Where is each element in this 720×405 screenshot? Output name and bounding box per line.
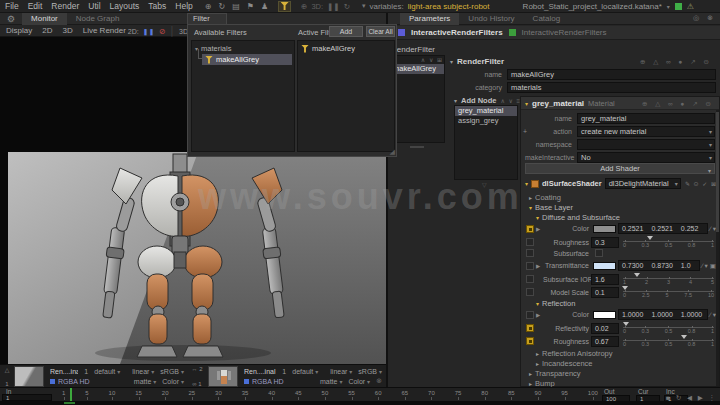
catalog-entry[interactable]: Ren....inal 1 default ▾ linear ▾ sRGB ▾ … xyxy=(14,366,186,387)
grid-icon[interactable]: ▤ xyxy=(232,2,240,11)
transmittance-values[interactable]: 0.7300 0.8730 1.0 xyxy=(618,260,700,271)
display-dropdown[interactable]: sRGB ▾ xyxy=(160,368,184,375)
shader-dropdown[interactable]: dl3DelightMaterial▾ xyxy=(605,178,681,189)
plus-icon[interactable]: + xyxy=(523,128,527,135)
color-swatch[interactable] xyxy=(593,262,616,270)
collapsed-arrow-icon[interactable]: ▸ xyxy=(529,194,532,201)
splitter-handle[interactable] xyxy=(410,146,424,148)
tab-node-graph[interactable]: Node Graph xyxy=(67,13,129,25)
gear-icon[interactable]: ⚙ xyxy=(0,14,22,24)
model-scale-input[interactable]: 0.1 xyxy=(591,287,619,298)
tab-catalog[interactable]: Catalog xyxy=(524,13,570,25)
expander-icon[interactable]: ▾ xyxy=(525,180,528,187)
colorspace-dropdown[interactable]: linear ▾ xyxy=(132,368,154,375)
surface-shader-row[interactable]: ▾ dlSurfaceShader dl3DelightMaterial▾ ✎ … xyxy=(525,178,717,189)
available-filters-list[interactable]: ▾ materials makeAllGrey xyxy=(191,40,295,152)
variables-value[interactable]: light-area subject-robot xyxy=(408,2,490,11)
catalog-entry[interactable]: Ren....inal 1 default ▾ linear ▾ sRGB ▾ … xyxy=(208,366,384,387)
2d-stop-icon[interactable]: ⊘ xyxy=(159,27,166,36)
flag-icon[interactable]: ⚑ xyxy=(247,2,254,11)
color-swatch[interactable] xyxy=(593,311,616,319)
menu-item[interactable]: Edit xyxy=(28,1,43,11)
menu-item[interactable]: Tabs xyxy=(148,1,166,11)
enabled-checkbox[interactable] xyxy=(526,238,534,246)
namespace-dropdown[interactable]: ▾ xyxy=(577,139,715,150)
title-chevron-icon[interactable]: ▾ xyxy=(667,3,670,10)
pass-dropdown[interactable]: default ▾ xyxy=(292,368,318,375)
enabled-checkbox[interactable] xyxy=(526,324,534,332)
crosshair-icon[interactable]: ⊕ xyxy=(205,2,212,11)
subsurface-ior-input[interactable]: 1.6 xyxy=(591,274,619,285)
enabled-checkbox[interactable] xyxy=(526,275,534,283)
interactive-render-filter-button[interactable] xyxy=(278,1,291,12)
section-coating[interactable]: ▸ Coating xyxy=(529,193,561,202)
matte-dropdown[interactable]: matte ▾ xyxy=(320,378,342,385)
active-filter-item[interactable]: makeAllGrey xyxy=(301,44,355,53)
section-reflection-anisotropy[interactable]: ▸ Reflection Anisotropy xyxy=(536,349,612,358)
tab-undo-history[interactable]: Undo History xyxy=(459,13,523,25)
pass-dropdown[interactable]: default ▾ xyxy=(94,368,120,375)
material-header[interactable]: ▾ grey_material Material ⊕ △ ∞ ● ↗ ⊙ xyxy=(521,97,719,110)
monitor-control[interactable]: 3D xyxy=(62,26,72,35)
matte-dropdown[interactable]: matte ▾ xyxy=(134,378,156,385)
view-dropdown[interactable]: Color ▾ xyxy=(162,378,184,385)
reflection-roughness-input[interactable]: 0.67 xyxy=(591,336,619,347)
expander-icon[interactable]: ▶ xyxy=(536,263,543,269)
monitor-control[interactable]: Display xyxy=(6,26,32,35)
render-thumbnail[interactable] xyxy=(208,366,238,387)
scrollbar[interactable] xyxy=(716,110,719,386)
render-loop-icon[interactable]: ↻ xyxy=(344,2,350,11)
renderfilter-header[interactable]: ▾ RenderFilter xyxy=(450,57,504,66)
panel-header-icons[interactable]: ⊕ △ ∞ ● ↗ ⊙ xyxy=(640,58,712,66)
action-dropdown[interactable]: create new material▾ xyxy=(577,126,715,137)
category-field[interactable]: materials xyxy=(507,82,716,93)
section-transparency[interactable]: ▸ Transparency xyxy=(529,369,581,378)
menu-item[interactable]: Util xyxy=(88,1,100,11)
resize-grip-icon[interactable]: ◢ xyxy=(390,148,395,156)
model-scale-slider[interactable]: 02.557.510 xyxy=(623,286,714,298)
filter-window-title[interactable]: Filter xyxy=(187,13,227,24)
enabled-checkbox[interactable] xyxy=(526,225,534,233)
view-dropdown[interactable]: Color ▾ xyxy=(348,378,370,385)
panel-window-icons[interactable]: ◎ ⊗ xyxy=(693,14,716,22)
expanded-arrow-icon[interactable]: ▾ xyxy=(536,214,539,221)
enabled-checkbox[interactable] xyxy=(526,262,534,270)
node-list-item[interactable]: grey_material xyxy=(455,106,517,116)
menu-item[interactable]: Render xyxy=(51,1,79,11)
active-filters-list[interactable]: makeAllGrey xyxy=(297,40,395,152)
collapsed-arrow-icon[interactable]: ▸ xyxy=(536,360,539,367)
enabled-checkbox[interactable] xyxy=(526,337,534,345)
add-filter-button[interactable]: Add xyxy=(329,26,363,37)
close-icon[interactable]: ⊗ xyxy=(376,377,382,385)
enabled-checkbox[interactable] xyxy=(526,311,534,319)
graph-state-variables[interactable]: ▾ variables: light-area subject-robot xyxy=(362,2,490,11)
subsurface-ior-slider[interactable]: 12345 xyxy=(623,273,714,285)
expander-icon[interactable]: ▶ xyxy=(536,226,543,232)
material-name-field[interactable]: grey_material xyxy=(577,113,715,124)
collapsed-arrow-icon[interactable]: ▸ xyxy=(529,370,532,377)
section-reflection[interactable]: ▾ Reflection xyxy=(536,299,575,308)
section-base-layer[interactable]: ▾ Base Layer xyxy=(529,203,573,212)
in-frame-field[interactable]: 1 xyxy=(2,394,52,401)
clear-all-button[interactable]: Clear All xyxy=(366,26,395,37)
render-thumbnail[interactable] xyxy=(14,366,44,387)
menu-item[interactable]: Help xyxy=(175,1,192,11)
display-dropdown[interactable]: sRGB ▾ xyxy=(358,368,382,375)
subsurface-checkbox[interactable] xyxy=(595,249,603,257)
name-field[interactable]: makeAllGrey xyxy=(507,69,716,80)
expander-icon[interactable]: ▾ xyxy=(450,58,453,65)
active-node-label[interactable]: InteractiveRenderFilters xyxy=(411,28,503,37)
section-incandescence[interactable]: ▸ Incandescence xyxy=(536,359,592,368)
slider-handle[interactable] xyxy=(634,273,640,277)
user-icon[interactable]: ♟ xyxy=(261,2,268,11)
reflectivity-input[interactable]: 0.02 xyxy=(591,323,619,334)
menu-item[interactable]: File xyxy=(5,1,19,11)
inactive-node-label[interactable]: InteractiveRenderFilters xyxy=(522,28,607,37)
warning-icon[interactable]: ⚠ xyxy=(687,2,694,11)
add-node-icons[interactable]: ∧ ∨ ≡ xyxy=(500,97,521,104)
slider-handle[interactable] xyxy=(647,236,653,240)
frame-ruler[interactable]: 1510152025303540455055606570758085909510… xyxy=(62,390,598,396)
reflection-roughness-slider[interactable]: 00.30.50.81 xyxy=(623,335,714,347)
renderfilter-list-item[interactable]: makeAllGrey xyxy=(391,64,444,74)
section-diffuse[interactable]: ▾ Diffuse and Subsurface xyxy=(536,213,620,222)
